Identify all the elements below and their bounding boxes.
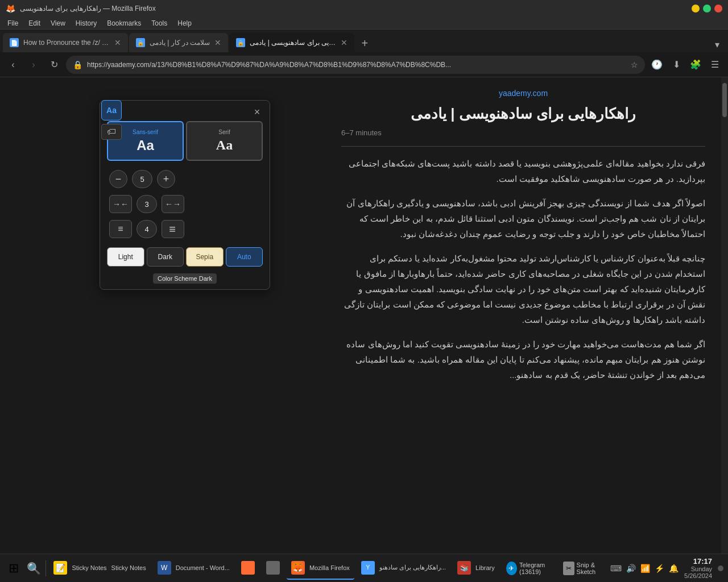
article-divider [341, 146, 705, 147]
color-scheme-light-button[interactable]: Light [107, 247, 144, 267]
menu-tools[interactable]: Tools [147, 18, 172, 28]
history-icon[interactable]: 🕐 [648, 56, 665, 73]
spacing-decrease-button[interactable]: ≡ [109, 220, 132, 238]
tab-1[interactable]: 🔒 سلامت در کار | یادمی ✕ [129, 33, 228, 52]
color-scheme-sepia-button[interactable]: Sepia [186, 247, 224, 267]
reader-close-button[interactable]: × [250, 105, 264, 119]
reader-panel: × Sans-serif Aa Serif Aa − 5 + →← 3 [100, 100, 270, 290]
tab-overflow-button[interactable]: ▾ [709, 36, 725, 52]
color-scheme-dark-label: Dark [158, 253, 172, 261]
title-bar-controls[interactable] [692, 5, 722, 13]
back-button[interactable]: ‹ [5, 56, 22, 73]
reader-panel-header: × [100, 101, 270, 121]
battery-icon[interactable]: ⚡ [655, 564, 664, 573]
start-button[interactable]: ⊞ [5, 557, 23, 580]
reader-mode-aa-button[interactable]: Aa [101, 100, 122, 120]
tab-close-0[interactable]: ✕ [114, 38, 121, 47]
spacing-increase-button[interactable]: ≡ [162, 220, 184, 238]
font-selector: Sans-serif Aa Serif Aa [100, 121, 270, 168]
color-scheme-light-label: Light [118, 253, 133, 261]
address-bar[interactable]: 🔒 https://yaademy.com/a/13/%D8%B1%D8%A7%… [66, 56, 645, 74]
article-para-1: اصولاً اگر هدف شما از نویسندگی چیزی بهجز… [341, 196, 705, 242]
taskbar-app-5[interactable] [262, 557, 284, 580]
tab-2[interactable]: 🔒 راهکارهایی برای سادهنویسی | یادمی ✕ [229, 33, 354, 52]
pocket-icon: 🏷 [107, 127, 116, 137]
taskbar-firefox[interactable]: 🦊 Mozilla Firefox [287, 557, 354, 580]
telegram-icon: ✈ [506, 562, 517, 575]
font-sans-serif-sample: Aa [136, 138, 154, 153]
close-window-button[interactable] [714, 5, 722, 13]
system-icons: ⌨ 🔊 📶 ⚡ 🔔 [610, 564, 679, 573]
app4-icon [241, 561, 255, 575]
tab-bar: 📄 How to Pronounce the /z/ Sou... ✕ 🔒 سل… [0, 30, 728, 52]
pocket-save-button[interactable]: 🏷 [101, 124, 122, 140]
snip-sketch-section[interactable]: ✂ Snip & Sketch [563, 562, 608, 575]
library-label: Library [475, 564, 495, 571]
nav-bar: ‹ › ↻ 🔒 https://yaademy.com/a/13/%D8%B1%… [0, 52, 728, 77]
windows-icon: ⊞ [9, 561, 19, 576]
library-icon: 📚 [457, 561, 471, 575]
menu-help[interactable]: Help [173, 18, 196, 28]
tab-favicon-0: 📄 [10, 38, 19, 47]
article-area: yaademy.com راهکارهایی برای سادهنویسی | … [318, 77, 728, 554]
menu-file[interactable]: File [3, 18, 23, 28]
network-icon[interactable]: 📶 [640, 564, 650, 573]
line-spacing-row: ≡ 4 ≡ [100, 218, 270, 245]
arrow-inward-icon: →← [113, 199, 129, 209]
menu-view[interactable]: View [46, 18, 70, 28]
yaademy-label: راهکارهایی برای سادهنو... [379, 564, 446, 571]
width-narrow-button[interactable]: →← [109, 195, 132, 213]
scrollbar-thumb[interactable] [722, 83, 727, 117]
menu-dots-button[interactable]: ☰ [706, 56, 723, 73]
maximize-button[interactable] [703, 5, 711, 13]
telegram-section[interactable]: ✈ Telegram (13619) [506, 562, 559, 575]
taskbar-yaademy[interactable]: Y راهکارهایی برای سادهنو... [357, 557, 450, 580]
tab-favicon-2: 🔒 [236, 38, 245, 47]
width-wide-button[interactable]: ←→ [162, 195, 184, 213]
font-option-serif[interactable]: Serif Aa [186, 121, 263, 161]
notification-icon[interactable]: 🔔 [669, 564, 679, 573]
color-scheme-dark-button[interactable]: Dark [147, 247, 184, 267]
taskbar-library[interactable]: 📚 Library [453, 557, 499, 580]
keyboard-icon[interactable]: ⌨ [610, 564, 622, 573]
speaker-icon[interactable]: 🔊 [626, 564, 636, 573]
snip-sketch-icon: ✂ [563, 562, 574, 575]
color-scheme-auto-button[interactable]: Auto [226, 247, 263, 267]
notification-badge[interactable] [718, 566, 723, 571]
taskbar-clock[interactable]: 17:17 Sunday 5/26/2024 [684, 557, 712, 579]
color-scheme-tooltip: Color Scheme Dark [153, 273, 217, 284]
tab-close-1[interactable]: ✕ [214, 38, 221, 47]
article-site[interactable]: yaademy.com [341, 89, 705, 98]
menu-bookmarks[interactable]: Bookmarks [102, 18, 146, 28]
download-icon[interactable]: ⬇ [668, 56, 685, 73]
minimize-button[interactable] [692, 5, 700, 13]
tab-label-0: How to Pronounce the /z/ Sou... [23, 39, 110, 47]
spacing-more-icon: ≡ [169, 223, 177, 236]
search-button[interactable]: 🔍 [25, 558, 42, 579]
font-size-value: 5 [132, 170, 152, 188]
scrollbar-track[interactable] [721, 77, 728, 554]
forward-button[interactable]: › [25, 56, 42, 73]
reload-button[interactable]: ↻ [46, 56, 63, 73]
tab-0[interactable]: 📄 How to Pronounce the /z/ Sou... ✕ [3, 33, 128, 52]
firefox-icon: 🦊 [291, 561, 305, 575]
font-increase-button[interactable]: + [157, 170, 175, 188]
taskbar-sticky-notes[interactable]: 📝 Sticky Notes Sticky Notes [49, 557, 150, 580]
taskbar-word[interactable]: W Document - Word... [153, 557, 234, 580]
extensions-icon[interactable]: 🧩 [687, 56, 704, 73]
bookmark-star-icon[interactable]: ☆ [631, 60, 638, 69]
clock-date-day: Sunday [684, 566, 712, 572]
color-scheme-sepia-label: Sepia [196, 253, 213, 261]
color-scheme-row: Light Dark Sepia Auto [100, 245, 270, 273]
firefox-label: Mozilla Firefox [309, 564, 350, 571]
taskbar-app-4[interactable] [237, 557, 259, 580]
menu-bar: File Edit View History Bookmarks Tools H… [0, 17, 728, 30]
font-decrease-button[interactable]: − [109, 170, 127, 188]
new-tab-button[interactable]: + [355, 34, 374, 52]
line-spacing-value: 4 [136, 220, 157, 238]
tab-close-2[interactable]: ✕ [341, 38, 348, 47]
lock-icon: 🔒 [73, 60, 82, 69]
title-bar-left: 🦊 راهکارهایی برای سادهنویسی — Mozilla Fi… [6, 4, 156, 13]
menu-edit[interactable]: Edit [24, 18, 45, 28]
menu-history[interactable]: History [71, 18, 101, 28]
